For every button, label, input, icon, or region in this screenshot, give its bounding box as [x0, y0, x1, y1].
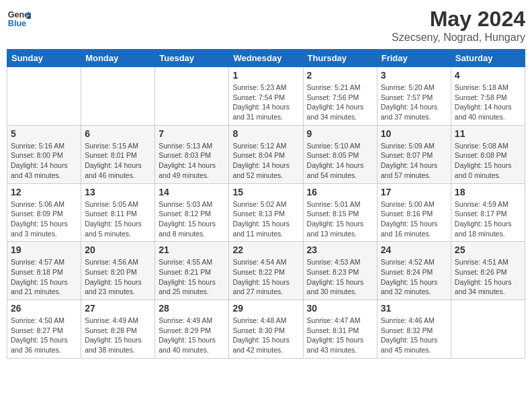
page-subtitle: Szecseny, Nograd, Hungary — [392, 32, 525, 44]
day-cell: 1Sunrise: 5:23 AM Sunset: 7:54 PM Daylig… — [229, 67, 303, 126]
day-number: 11 — [455, 128, 521, 139]
week-row-1: 1Sunrise: 5:23 AM Sunset: 7:54 PM Daylig… — [7, 67, 525, 126]
day-cell: 7Sunrise: 5:13 AM Sunset: 8:03 PM Daylig… — [155, 125, 229, 183]
day-cell: 28Sunrise: 4:49 AM Sunset: 8:29 PM Dayli… — [155, 300, 229, 359]
day-cell: 10Sunrise: 5:09 AM Sunset: 8:07 PM Dayli… — [377, 125, 451, 183]
day-info: Sunrise: 5:06 AM Sunset: 8:09 PM Dayligh… — [11, 199, 77, 239]
day-cell: 20Sunrise: 4:56 AM Sunset: 8:20 PM Dayli… — [81, 242, 155, 300]
day-cell: 13Sunrise: 5:05 AM Sunset: 8:11 PM Dayli… — [81, 183, 155, 242]
day-number: 8 — [232, 128, 299, 139]
day-number: 9 — [307, 128, 373, 139]
day-number: 17 — [381, 187, 447, 197]
logo: General Blue — [7, 7, 31, 31]
weekday-header-friday: Friday — [377, 50, 451, 67]
day-number: 15 — [232, 187, 299, 197]
week-row-4: 19Sunrise: 4:57 AM Sunset: 8:18 PM Dayli… — [7, 242, 525, 300]
title-area: May 2024 Szecseny, Nograd, Hungary — [392, 7, 525, 44]
day-number: 14 — [159, 187, 225, 197]
day-info: Sunrise: 5:10 AM Sunset: 8:05 PM Dayligh… — [307, 141, 373, 181]
day-info: Sunrise: 5:18 AM Sunset: 7:58 PM Dayligh… — [455, 83, 521, 122]
day-cell: 12Sunrise: 5:06 AM Sunset: 8:09 PM Dayli… — [7, 183, 81, 242]
day-number: 26 — [11, 303, 77, 314]
day-cell: 6Sunrise: 5:15 AM Sunset: 8:01 PM Daylig… — [81, 125, 155, 183]
day-number: 29 — [232, 303, 299, 314]
day-number: 19 — [11, 244, 77, 255]
day-number: 31 — [381, 303, 447, 314]
day-number: 23 — [307, 244, 373, 255]
week-row-3: 12Sunrise: 5:06 AM Sunset: 8:09 PM Dayli… — [7, 183, 525, 242]
weekday-header-saturday: Saturday — [451, 50, 525, 67]
weekday-header-sunday: Sunday — [7, 50, 81, 67]
day-number: 3 — [381, 70, 447, 81]
day-info: Sunrise: 5:09 AM Sunset: 8:07 PM Dayligh… — [381, 141, 447, 181]
day-number: 4 — [455, 70, 521, 81]
day-info: Sunrise: 5:03 AM Sunset: 8:12 PM Dayligh… — [159, 199, 225, 239]
day-info: Sunrise: 5:08 AM Sunset: 8:08 PM Dayligh… — [455, 141, 521, 181]
day-cell: 14Sunrise: 5:03 AM Sunset: 8:12 PM Dayli… — [155, 183, 229, 242]
day-cell: 18Sunrise: 4:59 AM Sunset: 8:17 PM Dayli… — [451, 183, 525, 242]
page-title: May 2024 — [392, 7, 525, 32]
day-cell: 17Sunrise: 5:00 AM Sunset: 8:16 PM Dayli… — [377, 183, 451, 242]
logo-icon: General Blue — [7, 7, 31, 31]
day-number: 7 — [159, 128, 225, 139]
day-number: 20 — [85, 244, 151, 255]
day-number: 13 — [85, 187, 151, 197]
day-cell: 4Sunrise: 5:18 AM Sunset: 7:58 PM Daylig… — [451, 67, 525, 126]
day-cell: 8Sunrise: 5:12 AM Sunset: 8:04 PM Daylig… — [229, 125, 303, 183]
day-cell: 21Sunrise: 4:55 AM Sunset: 8:21 PM Dayli… — [155, 242, 229, 300]
day-info: Sunrise: 5:21 AM Sunset: 7:56 PM Dayligh… — [307, 83, 373, 122]
day-info: Sunrise: 4:56 AM Sunset: 8:20 PM Dayligh… — [85, 257, 151, 297]
day-cell: 19Sunrise: 4:57 AM Sunset: 8:18 PM Dayli… — [7, 242, 81, 300]
day-cell: 2Sunrise: 5:21 AM Sunset: 7:56 PM Daylig… — [303, 67, 377, 126]
day-number: 16 — [307, 187, 373, 197]
day-number: 21 — [159, 244, 225, 255]
day-info: Sunrise: 4:47 AM Sunset: 8:31 PM Dayligh… — [307, 316, 373, 355]
day-number: 10 — [381, 128, 447, 139]
day-cell: 30Sunrise: 4:47 AM Sunset: 8:31 PM Dayli… — [303, 300, 377, 359]
day-cell: 24Sunrise: 4:52 AM Sunset: 8:24 PM Dayli… — [377, 242, 451, 300]
weekday-header-thursday: Thursday — [303, 50, 377, 67]
day-info: Sunrise: 4:55 AM Sunset: 8:21 PM Dayligh… — [159, 257, 225, 297]
day-info: Sunrise: 4:53 AM Sunset: 8:23 PM Dayligh… — [307, 257, 373, 297]
day-info: Sunrise: 5:12 AM Sunset: 8:04 PM Dayligh… — [232, 141, 299, 181]
day-cell: 9Sunrise: 5:10 AM Sunset: 8:05 PM Daylig… — [303, 125, 377, 183]
day-info: Sunrise: 4:50 AM Sunset: 8:27 PM Dayligh… — [11, 316, 77, 355]
day-info: Sunrise: 5:23 AM Sunset: 7:54 PM Dayligh… — [232, 83, 299, 122]
day-number: 27 — [85, 303, 151, 314]
day-info: Sunrise: 4:52 AM Sunset: 8:24 PM Dayligh… — [381, 257, 447, 297]
day-info: Sunrise: 5:00 AM Sunset: 8:16 PM Dayligh… — [381, 199, 447, 239]
svg-text:Blue: Blue — [8, 19, 26, 28]
day-info: Sunrise: 4:54 AM Sunset: 8:22 PM Dayligh… — [232, 257, 299, 297]
day-number: 5 — [11, 128, 77, 139]
day-cell: 29Sunrise: 4:48 AM Sunset: 8:30 PM Dayli… — [229, 300, 303, 359]
day-info: Sunrise: 4:49 AM Sunset: 8:28 PM Dayligh… — [85, 316, 151, 355]
day-info: Sunrise: 5:16 AM Sunset: 8:00 PM Dayligh… — [11, 141, 77, 181]
day-number: 12 — [11, 187, 77, 197]
day-number: 6 — [85, 128, 151, 139]
day-cell — [7, 67, 81, 126]
calendar-table: SundayMondayTuesdayWednesdayThursdayFrid… — [7, 49, 525, 359]
day-info: Sunrise: 4:57 AM Sunset: 8:18 PM Dayligh… — [11, 257, 77, 297]
day-cell — [155, 67, 229, 126]
week-row-5: 26Sunrise: 4:50 AM Sunset: 8:27 PM Dayli… — [7, 300, 525, 359]
day-cell: 31Sunrise: 4:46 AM Sunset: 8:32 PM Dayli… — [377, 300, 451, 359]
day-info: Sunrise: 4:59 AM Sunset: 8:17 PM Dayligh… — [455, 199, 521, 239]
day-cell — [451, 300, 525, 359]
day-info: Sunrise: 5:13 AM Sunset: 8:03 PM Dayligh… — [159, 141, 225, 181]
day-cell — [81, 67, 155, 126]
day-cell: 15Sunrise: 5:02 AM Sunset: 8:13 PM Dayli… — [229, 183, 303, 242]
day-number: 22 — [232, 244, 299, 255]
day-info: Sunrise: 4:51 AM Sunset: 8:26 PM Dayligh… — [455, 257, 521, 297]
day-info: Sunrise: 5:02 AM Sunset: 8:13 PM Dayligh… — [232, 199, 299, 239]
header: General Blue May 2024 Szecseny, Nograd, … — [7, 7, 525, 44]
day-cell: 27Sunrise: 4:49 AM Sunset: 8:28 PM Dayli… — [81, 300, 155, 359]
day-info: Sunrise: 5:20 AM Sunset: 7:57 PM Dayligh… — [381, 83, 447, 122]
day-cell: 25Sunrise: 4:51 AM Sunset: 8:26 PM Dayli… — [451, 242, 525, 300]
day-number: 1 — [232, 70, 299, 81]
day-info: Sunrise: 4:46 AM Sunset: 8:32 PM Dayligh… — [381, 316, 447, 355]
day-cell: 3Sunrise: 5:20 AM Sunset: 7:57 PM Daylig… — [377, 67, 451, 126]
day-cell: 23Sunrise: 4:53 AM Sunset: 8:23 PM Dayli… — [303, 242, 377, 300]
day-info: Sunrise: 5:15 AM Sunset: 8:01 PM Dayligh… — [85, 141, 151, 181]
day-cell: 16Sunrise: 5:01 AM Sunset: 8:15 PM Dayli… — [303, 183, 377, 242]
weekday-header-row: SundayMondayTuesdayWednesdayThursdayFrid… — [7, 50, 525, 67]
